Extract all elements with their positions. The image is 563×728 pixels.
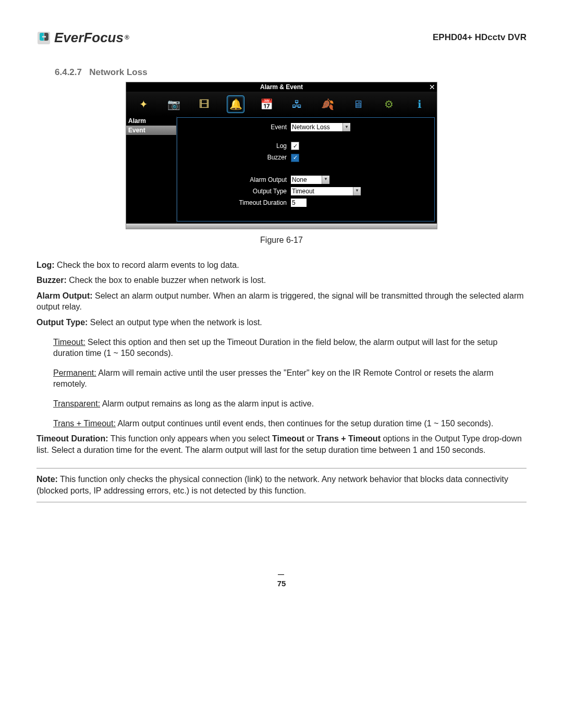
log-text: Check the box to record alarm events to … bbox=[55, 261, 239, 269]
timeout-duration-term: Timeout Duration: bbox=[36, 434, 108, 443]
alarm-output-select[interactable]: None ▼ bbox=[291, 176, 329, 184]
note-rule-bottom bbox=[36, 502, 527, 502]
transparent-term: Transparent: bbox=[53, 399, 100, 408]
buzzer-term: Buzzer: bbox=[36, 276, 67, 285]
event-select[interactable]: Network Loss ▼ bbox=[291, 123, 350, 131]
td-text-a: This function only appears when you sele… bbox=[108, 434, 272, 443]
alarm-output-term: Alarm Output: bbox=[36, 291, 93, 300]
buzzer-checkbox[interactable]: ✓ bbox=[291, 154, 299, 162]
section-heading: 6.4.2.7 Network Loss bbox=[55, 67, 527, 79]
para-alarm-output: Alarm Output: Select an alarm output num… bbox=[36, 290, 527, 313]
page-number-value: 75 bbox=[277, 579, 286, 588]
output-type-select[interactable]: Timeout ▼ bbox=[291, 187, 361, 195]
form-panel: Event Network Loss ▼ Log ✓ Buzzer ✓ Alar… bbox=[177, 117, 435, 221]
status-bar bbox=[126, 224, 437, 229]
buzzer-label: Buzzer bbox=[182, 153, 287, 162]
log-checkbox[interactable]: ✓ bbox=[291, 142, 299, 150]
output-type-label: Output Type bbox=[182, 187, 287, 195]
td-text-b: or bbox=[304, 434, 316, 443]
window-title: Alarm & Event bbox=[126, 83, 437, 91]
note-text: This function only checks the physical c… bbox=[36, 475, 508, 495]
gear-icon[interactable]: ⚙ bbox=[381, 96, 397, 113]
log-term: Log: bbox=[36, 261, 55, 269]
network-icon[interactable]: 🖧 bbox=[289, 96, 305, 113]
para-trans-timeout: Trans + Timeout: Alarm output continues … bbox=[53, 418, 527, 429]
note-term: Note: bbox=[36, 475, 58, 484]
transparent-text: Alarm output remains as long as the alar… bbox=[100, 399, 314, 408]
permanent-text: Alarm will remain active until the user … bbox=[53, 368, 494, 389]
film-icon[interactable]: 🎞 bbox=[196, 96, 213, 113]
output-type-term: Output Type: bbox=[36, 318, 88, 327]
section-number: 6.4.2.7 bbox=[55, 67, 82, 77]
alarm-output-value: None bbox=[292, 176, 307, 184]
para-transparent: Transparent: Alarm output remains as lon… bbox=[53, 398, 527, 410]
chevron-down-icon: ▼ bbox=[322, 176, 329, 184]
td-kw2: Trans + Timeout bbox=[316, 434, 381, 443]
timeout-duration-value: 5 bbox=[292, 199, 296, 207]
alarm-output-label: Alarm Output bbox=[182, 176, 287, 184]
alarm-output-text: Select an alarm output number. When an a… bbox=[36, 291, 524, 312]
timeout-duration-label: Timeout Duration bbox=[182, 199, 287, 207]
para-output-type: Output Type: Select an output type when … bbox=[36, 317, 527, 328]
page-header: EverFocus ® EPHD04+ HDcctv DVR bbox=[36, 29, 527, 47]
timeout-text: Select this option and then set up the T… bbox=[53, 338, 497, 358]
event-label: Event bbox=[182, 123, 287, 131]
buzzer-text: Check the box to enable buzzer when netw… bbox=[67, 276, 266, 285]
output-type-value: Timeout bbox=[292, 187, 314, 195]
trans-timeout-text: Alarm output continues until event ends,… bbox=[116, 419, 493, 428]
trans-timeout-term: Trans + Timeout: bbox=[53, 419, 116, 428]
toolbar: ✦ 📷 🎞 🔔 📅 🖧 🍂 🖥 ⚙ ℹ bbox=[126, 92, 437, 116]
para-note: Note: This function only checks the phys… bbox=[36, 474, 527, 496]
logo-mark-icon bbox=[36, 31, 51, 45]
window-titlebar: Alarm & Event ✕ bbox=[126, 82, 437, 92]
para-timeout-duration: Timeout Duration: This function only app… bbox=[36, 433, 527, 455]
timeout-term: Timeout: bbox=[53, 338, 85, 347]
sparkle-icon[interactable]: ✦ bbox=[135, 96, 152, 113]
figure-caption: Figure 6-17 bbox=[36, 235, 527, 246]
event-value: Network Loss bbox=[292, 123, 330, 131]
chevron-down-icon: ▼ bbox=[353, 187, 361, 195]
display-icon[interactable]: 🖥 bbox=[350, 96, 366, 113]
permanent-term: Permanent: bbox=[53, 368, 96, 377]
timeout-duration-input[interactable]: 5 bbox=[291, 199, 307, 207]
note-rule-top bbox=[36, 468, 527, 468]
sidebar-item-alarm[interactable]: Alarm bbox=[126, 116, 176, 126]
td-kw1: Timeout bbox=[272, 434, 304, 443]
para-buzzer: Buzzer: Check the box to enable buzzer w… bbox=[36, 275, 527, 286]
para-permanent: Permanent: Alarm will remain active unti… bbox=[53, 367, 527, 390]
camera-icon[interactable]: 📷 bbox=[166, 96, 182, 113]
page-number: — 75 bbox=[36, 570, 527, 589]
sidebar-item-event[interactable]: Event bbox=[126, 126, 176, 135]
para-timeout: Timeout: Select this option and then set… bbox=[53, 337, 527, 359]
alarm-event-window: Alarm & Event ✕ ✦ 📷 🎞 🔔 📅 🖧 🍂 🖥 ⚙ ℹ Alar… bbox=[126, 82, 437, 229]
chevron-down-icon: ▼ bbox=[342, 123, 350, 131]
para-log: Log: Check the box to record alarm event… bbox=[36, 260, 527, 271]
schedule-icon[interactable]: 📅 bbox=[259, 96, 275, 113]
logo-registered: ® bbox=[125, 33, 129, 42]
logo-text: EverFocus bbox=[54, 29, 124, 47]
info-icon[interactable]: ℹ bbox=[411, 96, 428, 113]
bell-icon[interactable]: 🔔 bbox=[227, 95, 244, 113]
log-label: Log bbox=[182, 142, 287, 150]
product-title: EPHD04+ HDcctv DVR bbox=[433, 32, 527, 44]
leaf-icon[interactable]: 🍂 bbox=[320, 96, 336, 113]
output-type-text: Select an output type when the network i… bbox=[88, 318, 262, 327]
close-icon[interactable]: ✕ bbox=[427, 82, 437, 92]
sidebar: Alarm Event bbox=[126, 116, 177, 224]
section-title: Network Loss bbox=[89, 67, 147, 77]
logo: EverFocus ® bbox=[36, 29, 129, 47]
